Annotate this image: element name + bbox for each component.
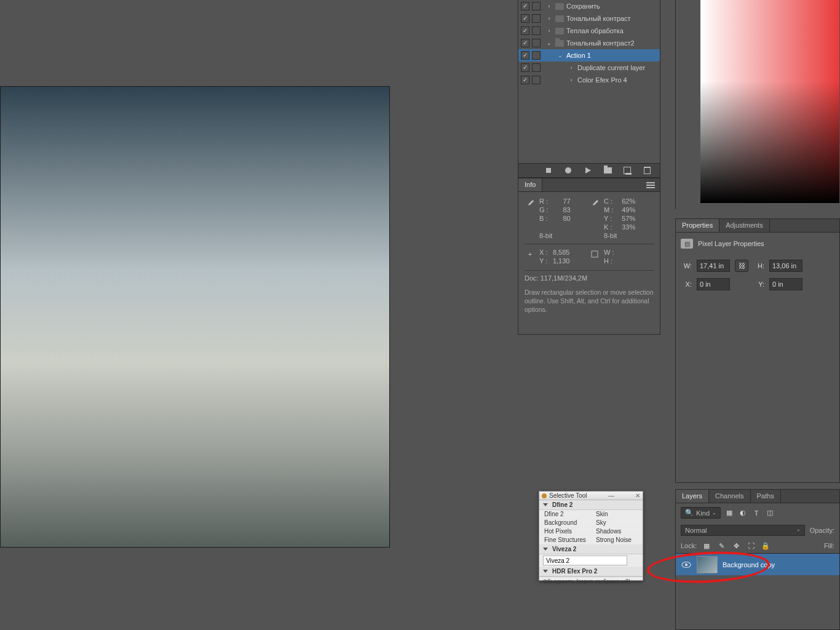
eyedropper-icon [589,197,600,231]
action-row[interactable]: ✓›Color Efex Pro 4 [518,74,660,86]
hdr-header[interactable]: HDR Efex Pro 2 [539,567,643,576]
dimensions-icon [589,248,600,265]
folder-icon [555,28,564,34]
sel-option[interactable]: Shadows [591,527,643,536]
dialog-toggle[interactable] [532,63,541,72]
selective-footer[interactable]: Объединить (серия изображений) [539,576,643,586]
expand-chevron-icon[interactable]: ⌄ [557,52,564,58]
sel-option[interactable]: Skin [591,510,643,519]
action-row[interactable]: ✓›Duplicate current layer [518,62,660,74]
expand-chevron-icon[interactable]: › [545,28,553,34]
action-label: Duplicate current layer [577,64,645,71]
toggle-checkbox[interactable]: ✓ [521,26,529,35]
tab-properties[interactable]: Properties [676,219,719,232]
action-row[interactable]: ✓›Сохранить [518,0,660,12]
info-tabbar: Info [518,178,660,192]
action-row[interactable]: ✓›Тональный контраст [518,12,660,25]
dialog-toggle[interactable] [532,39,541,47]
fill-label: Fill: [824,542,834,549]
action-label: Теплая обработка [566,27,624,34]
lock-label: Lock: [681,542,697,549]
color-field[interactable] [700,0,839,203]
crosshair-icon: + [525,248,536,265]
tool-hint: Draw rectangular selection or move selec… [525,288,654,314]
record-button[interactable] [564,166,573,175]
action-row[interactable]: ✓⌄Action 1 [518,49,660,62]
layer-name[interactable]: Background copy [723,561,775,568]
toggle-checkbox[interactable]: ✓ [521,63,529,72]
toggle-checkbox[interactable]: ✓ [521,51,529,60]
expand-chevron-icon[interactable]: › [568,65,575,71]
expand-chevron-icon[interactable]: ⌄ [545,40,553,46]
doc-size: Doc: 117,1M/234,2M [525,270,654,282]
dialog-toggle[interactable] [532,14,541,23]
folder-icon [555,40,564,47]
actions-toolbar [518,163,660,178]
viveza-header[interactable]: Viveza 2 [539,544,643,554]
tab-channels[interactable]: Channels [709,490,750,503]
sel-option[interactable]: Dfine 2 [539,510,591,519]
selective-tool-titlebar[interactable]: Selective Tool — ✕ [539,492,643,500]
sel-option[interactable]: Fine Structures [539,536,591,544]
sel-option[interactable]: Strong Noise [591,536,643,544]
actions-panel: ✓›Сохранить✓›Тональный контраст✓›Теплая … [518,0,660,175]
toggle-checkbox[interactable]: ✓ [521,76,529,84]
new-set-button[interactable] [603,166,612,175]
height-input[interactable] [769,260,802,272]
toggle-checkbox[interactable]: ✓ [521,14,529,23]
dialog-toggle[interactable] [532,2,541,10]
stop-button[interactable] [544,166,553,175]
lock-artboard-icon[interactable]: ⛶ [746,541,756,551]
expand-chevron-icon[interactable]: › [545,15,553,22]
info-panel: Info R :G :B : 778380 C :M :Y :K : 62%49… [518,178,660,335]
dfine-header[interactable]: Dfine 2 [539,500,643,510]
document-canvas[interactable] [0,86,390,548]
tab-adjustments[interactable]: Adjustments [719,219,770,232]
filter-adjust-icon[interactable]: ◐ [738,508,748,518]
filter-shape-icon[interactable]: ◫ [765,508,775,518]
width-input[interactable] [697,260,730,272]
panel-menu-icon[interactable] [646,182,655,188]
blend-mode[interactable]: Normal⌄ [681,525,805,536]
tab-layers[interactable]: Layers [676,490,709,503]
svg-point-2 [685,563,687,565]
y-input[interactable] [769,278,802,290]
filter-type-icon[interactable]: T [751,508,761,518]
delete-button[interactable] [643,166,651,175]
dialog-toggle[interactable] [532,76,541,84]
properties-header: Pixel Layer Properties [698,240,764,247]
folder-icon [555,3,564,10]
visibility-icon[interactable] [681,559,692,570]
dialog-toggle[interactable] [532,51,541,60]
tab-info[interactable]: Info [518,178,542,191]
tab-paths[interactable]: Paths [751,490,781,503]
expand-chevron-icon[interactable]: › [545,3,553,9]
sel-option[interactable]: Sky [591,519,643,527]
link-icon[interactable]: ⛓ [735,260,748,272]
lock-brush-icon[interactable]: ✎ [716,541,726,551]
dialog-toggle[interactable] [532,26,541,35]
viveza-input[interactable] [543,556,627,565]
filter-kind[interactable]: 🔍Kind⌄ [681,507,721,519]
minimize-icon[interactable]: — [608,492,614,499]
action-label: Тональный контраст2 [566,39,635,47]
x-input[interactable] [697,278,730,290]
filter-pixel-icon[interactable]: ▦ [724,508,734,518]
color-picker[interactable] [675,0,840,209]
toggle-checkbox[interactable]: ✓ [521,39,529,47]
toggle-checkbox[interactable]: ✓ [521,2,529,10]
pixel-layer-icon: ▧ [681,239,693,249]
lock-pixels-icon[interactable]: ▦ [702,541,711,551]
close-icon[interactable]: ✕ [635,492,640,499]
new-action-button[interactable] [623,166,632,175]
sel-option[interactable]: Hot Pixels [539,527,591,536]
selective-tool-window[interactable]: Selective Tool — ✕ Dfine 2 Dfine 2SkinBa… [539,491,643,581]
lock-position-icon[interactable]: ✥ [731,541,741,551]
action-row[interactable]: ✓⌄Тональный контраст2 [518,37,660,49]
layer-row[interactable]: Background copy [676,553,839,575]
play-button[interactable] [584,166,592,175]
lock-all-icon[interactable]: 🔒 [761,541,771,551]
sel-option[interactable]: Background [539,519,591,527]
expand-chevron-icon[interactable]: › [568,77,575,83]
action-row[interactable]: ✓›Теплая обработка [518,25,660,37]
